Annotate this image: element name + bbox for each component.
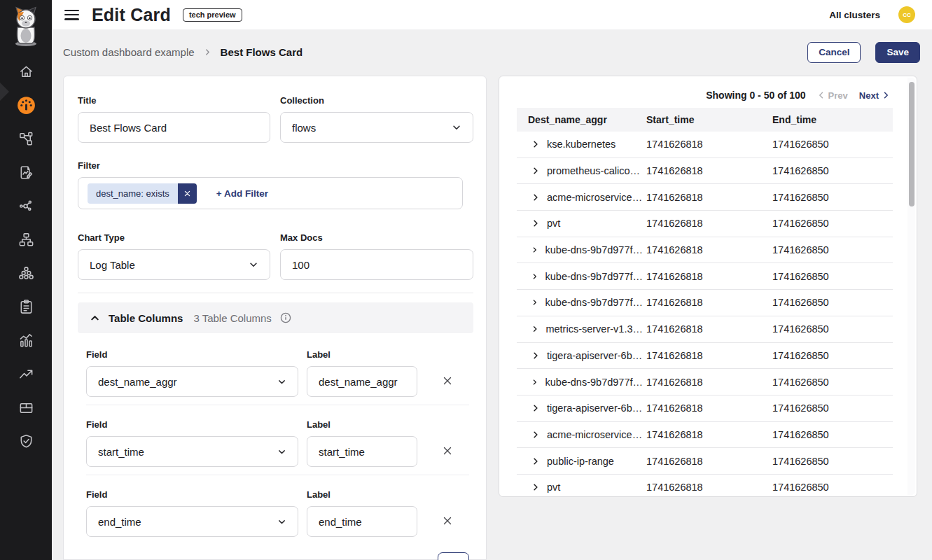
home-icon[interactable] bbox=[12, 63, 40, 80]
package-box-icon[interactable] bbox=[12, 399, 40, 416]
molecule-icon[interactable] bbox=[12, 197, 40, 214]
save-button[interactable]: Save bbox=[875, 42, 920, 63]
hamburger-menu-icon[interactable] bbox=[64, 10, 79, 20]
cluster-circles-icon[interactable] bbox=[12, 265, 40, 281]
remove-column-icon[interactable] bbox=[440, 444, 454, 458]
table-row[interactable]: prometheus-calico… 1741626818 1741626850 bbox=[517, 158, 893, 185]
expand-chevron-icon[interactable] bbox=[531, 140, 540, 148]
end-time-cell: 1741626850 bbox=[767, 271, 893, 282]
end-time-cell: 1741626850 bbox=[767, 192, 893, 203]
dashboard-gauge-icon[interactable] bbox=[12, 97, 40, 113]
field-select-3[interactable]: end_time bbox=[86, 506, 298, 537]
table-row[interactable]: kse.kubernetes 1741626818 1741626850 bbox=[517, 132, 893, 158]
breadcrumb-chevron-icon bbox=[204, 48, 211, 56]
end-time-cell: 1741626850 bbox=[767, 429, 893, 440]
expand-chevron-icon[interactable] bbox=[531, 430, 540, 439]
chevron-down-icon bbox=[277, 517, 286, 526]
table-row[interactable]: pvt 1741626818 1741626850 bbox=[517, 475, 893, 497]
prev-page-button[interactable]: Prev bbox=[817, 90, 848, 101]
chart-type-select[interactable]: Log Table bbox=[78, 249, 270, 280]
end-time-cell: 1741626850 bbox=[767, 482, 893, 493]
table-columns-count: 3 Table Columns bbox=[193, 312, 271, 324]
dest-name-cell: kube-dns-9b7d977f… bbox=[545, 271, 643, 282]
field-select-1[interactable]: dest_name_aggr bbox=[86, 366, 298, 397]
dest-name-cell: kube-dns-9b7d977f… bbox=[545, 297, 643, 308]
next-page-button[interactable]: Next bbox=[859, 90, 890, 101]
filter-chip-remove-icon[interactable] bbox=[178, 183, 197, 204]
table-row[interactable]: metrics-server-v1.3… 1741626818 17416268… bbox=[517, 316, 893, 343]
showing-count: Showing 0 - 50 of 100 bbox=[706, 90, 805, 101]
start-time-cell: 1741626818 bbox=[643, 165, 767, 176]
remove-column-icon[interactable] bbox=[440, 514, 454, 528]
scrollbar-track[interactable] bbox=[907, 78, 915, 495]
cluster-selector[interactable]: All clusters bbox=[829, 10, 880, 20]
expand-chevron-icon[interactable] bbox=[531, 298, 538, 307]
org-chart-icon[interactable] bbox=[12, 231, 40, 248]
scrollbar-thumb[interactable] bbox=[909, 82, 914, 206]
start-time-cell: 1741626818 bbox=[643, 139, 767, 150]
trend-arrow-icon[interactable] bbox=[12, 365, 40, 382]
label-input-1[interactable] bbox=[307, 366, 417, 397]
chart-type-value: Log Table bbox=[90, 259, 135, 271]
table-row[interactable]: tigera-apiserver-6b… 1741626818 17416268… bbox=[517, 396, 893, 422]
max-docs-input[interactable] bbox=[280, 249, 473, 280]
expand-chevron-icon[interactable] bbox=[531, 219, 540, 227]
cancel-button[interactable]: Cancel bbox=[807, 42, 861, 63]
expand-chevron-icon[interactable] bbox=[531, 378, 538, 386]
filter-chip: dest_name: exists bbox=[88, 183, 197, 204]
field-select-2[interactable]: start_time bbox=[86, 436, 298, 467]
table-body: kse.kubernetes 1741626818 1741626850 pro… bbox=[517, 132, 893, 497]
topbar: Edit Card tech preview All clusters CC bbox=[52, 0, 932, 29]
service-graph-icon[interactable] bbox=[12, 130, 40, 147]
clipboard-icon[interactable] bbox=[12, 298, 40, 315]
table-row[interactable]: acme-microservice… 1741626818 1741626850 bbox=[517, 184, 893, 211]
expand-chevron-icon[interactable] bbox=[531, 404, 540, 412]
section-divider bbox=[78, 293, 473, 293]
label-input-2[interactable] bbox=[307, 436, 417, 467]
expand-chevron-icon[interactable] bbox=[531, 246, 538, 254]
collection-select[interactable]: flows bbox=[280, 112, 473, 143]
sidebar-notch bbox=[0, 83, 9, 101]
shield-check-icon[interactable] bbox=[12, 433, 40, 449]
bar-line-chart-icon[interactable] bbox=[12, 332, 40, 349]
info-icon[interactable] bbox=[280, 312, 291, 323]
chevron-down-icon bbox=[452, 122, 461, 132]
chevron-left-icon bbox=[817, 91, 826, 99]
end-time-cell: 1741626850 bbox=[767, 139, 893, 150]
expand-chevron-icon[interactable] bbox=[531, 167, 540, 175]
add-filter-link[interactable]: + Add Filter bbox=[216, 188, 268, 199]
column-header: End_time bbox=[767, 114, 893, 125]
table-row[interactable]: kube-dns-9b7d977f… 1741626818 1741626850 bbox=[517, 263, 893, 290]
column-row-3: Field end_time Label bbox=[86, 489, 469, 537]
table-row[interactable]: tigera-apiserver-6b… 1741626818 17416268… bbox=[517, 343, 893, 370]
start-time-cell: 1741626818 bbox=[643, 429, 767, 440]
expand-chevron-icon[interactable] bbox=[531, 351, 540, 360]
expand-chevron-icon[interactable] bbox=[531, 483, 540, 491]
report-edit-icon[interactable] bbox=[12, 164, 40, 181]
sidebar bbox=[0, 0, 52, 560]
expand-chevron-icon[interactable] bbox=[531, 272, 538, 281]
add-column-button[interactable] bbox=[438, 552, 469, 560]
table-row[interactable]: kube-dns-9b7d977f… 1741626818 1741626850 bbox=[517, 290, 893, 316]
expand-chevron-icon[interactable] bbox=[531, 325, 538, 333]
table-row[interactable]: public-ip-range 1741626818 1741626850 bbox=[517, 448, 893, 475]
table-row[interactable]: kube-dns-9b7d977f… 1741626818 1741626850 bbox=[517, 369, 893, 396]
expand-chevron-icon[interactable] bbox=[531, 193, 540, 202]
table-row[interactable]: acme-microservice… 1741626818 1741626850 bbox=[517, 422, 893, 449]
column-header: Dest_name_aggr bbox=[517, 114, 643, 125]
filter-box[interactable]: dest_name: exists + Add Filter bbox=[78, 177, 463, 209]
remove-column-icon[interactable] bbox=[440, 374, 454, 388]
edit-card-page: Edit Card tech preview All clusters CC C… bbox=[0, 0, 932, 560]
label-input-3[interactable] bbox=[307, 506, 417, 537]
dest-name-cell: metrics-server-v1.3… bbox=[545, 323, 643, 335]
table-columns-accordion[interactable]: Table Columns 3 Table Columns bbox=[78, 302, 473, 333]
expand-chevron-icon[interactable] bbox=[531, 457, 540, 465]
table-row[interactable]: kube-dns-9b7d977f… 1741626818 1741626850 bbox=[517, 237, 893, 264]
start-time-cell: 1741626818 bbox=[643, 297, 767, 308]
avatar[interactable]: CC bbox=[898, 6, 915, 23]
title-input[interactable] bbox=[78, 112, 270, 143]
start-time-cell: 1741626818 bbox=[643, 456, 767, 467]
start-time-cell: 1741626818 bbox=[643, 482, 767, 493]
table-row[interactable]: pvt 1741626818 1741626850 bbox=[517, 211, 893, 237]
breadcrumb-parent[interactable]: Custom dashboard example bbox=[63, 46, 195, 58]
